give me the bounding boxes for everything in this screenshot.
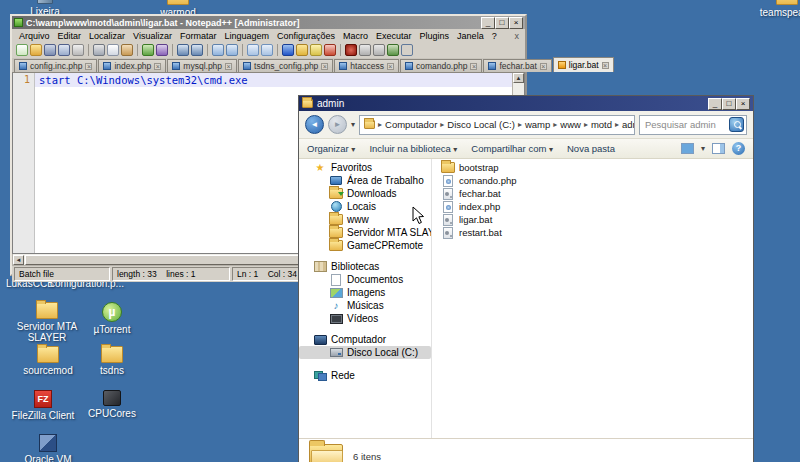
tab-close-icon[interactable]: × <box>85 63 92 70</box>
file-item-bootstrap[interactable]: bootstrap <box>432 161 753 174</box>
maximize-button[interactable]: □ <box>495 17 509 29</box>
find-icon[interactable] <box>177 44 189 56</box>
new-folder-button[interactable]: Nova pasta <box>567 143 615 154</box>
back-button[interactable]: ◄ <box>305 115 324 134</box>
menu-visualizar[interactable]: Visualizar <box>129 31 176 41</box>
sidebar-item-musicas[interactable]: ♪ Músicas <box>299 299 431 312</box>
replace-icon[interactable] <box>191 44 203 56</box>
run-macro-icon[interactable] <box>387 44 399 56</box>
maximize-button[interactable]: □ <box>722 98 736 110</box>
doc-close-icon[interactable]: x <box>515 31 523 41</box>
sync-horizontal-icon[interactable] <box>261 44 273 56</box>
show-symbols-icon[interactable] <box>296 44 308 56</box>
tab-close-icon[interactable]: × <box>321 63 328 70</box>
help-icon[interactable]: ? <box>732 142 745 155</box>
breadcrumb-item-disco-local[interactable]: Disco Local (C:) <box>447 119 515 130</box>
forward-button[interactable]: ► <box>328 115 347 134</box>
breadcrumb-item-computador[interactable]: Computador <box>385 119 437 130</box>
sidebar-item-downloads[interactable]: Downloads <box>299 187 431 200</box>
tab-close-icon[interactable]: × <box>602 62 609 69</box>
history-dropdown-icon[interactable]: ▾ <box>351 120 355 129</box>
copy-icon[interactable] <box>107 44 119 56</box>
sidebar-item-videos[interactable]: Vídeos <box>299 312 431 325</box>
sync-vertical-icon[interactable] <box>247 44 259 56</box>
sidebar-item-area-de-trabalho[interactable]: Área de Trabalho <box>299 174 431 187</box>
menu-editar[interactable]: Editar <box>54 31 86 41</box>
paste-icon[interactable] <box>121 44 133 56</box>
undo-icon[interactable] <box>142 44 154 56</box>
menu-formatar[interactable]: Formatar <box>176 31 221 41</box>
zoom-in-icon[interactable] <box>212 44 224 56</box>
sidebar-group-favoritos[interactable]: ★ Favoritos <box>299 161 431 174</box>
stop-macro-icon[interactable] <box>359 44 371 56</box>
tab-htaccess[interactable]: htaccess × <box>334 59 399 72</box>
search-input[interactable] <box>645 119 725 130</box>
file-item-ligar-bat[interactable]: ligar.bat <box>432 213 753 226</box>
print-icon[interactable] <box>72 44 84 56</box>
doc-map-icon[interactable] <box>324 44 336 56</box>
tab-index-php[interactable]: index.php × <box>98 59 166 72</box>
tab-comando-php[interactable]: comando.php × <box>400 59 483 72</box>
sidebar-item-servidor-mta-slayer[interactable]: Servidor MTA SLAYER <box>299 226 431 239</box>
sidebar-item-imagens[interactable]: Imagens <box>299 286 431 299</box>
search-icon[interactable] <box>729 117 744 132</box>
file-item-index-php[interactable]: index.php <box>432 200 753 213</box>
tab-close-icon[interactable]: × <box>540 63 547 70</box>
sidebar-item-documentos[interactable]: Documentos <box>299 273 431 286</box>
menu-plugins[interactable]: Plugins <box>416 31 454 41</box>
menu-janela[interactable]: Janela <box>453 31 488 41</box>
sidebar-group-bibliotecas[interactable]: Bibliotecas <box>299 260 431 273</box>
open-file-icon[interactable] <box>30 44 42 56</box>
save-macro-icon[interactable] <box>401 44 413 56</box>
redo-icon[interactable] <box>156 44 168 56</box>
desktop-icon-filezilla[interactable]: FZ FileZilla Client <box>3 390 83 421</box>
scroll-up-icon[interactable]: ▲ <box>513 73 524 83</box>
desktop-icon-tsdns[interactable]: tsdns <box>72 346 152 376</box>
menu-linguagem[interactable]: Linguagem <box>220 31 273 41</box>
sidebar-group-computador[interactable]: Computador <box>299 333 431 346</box>
sidebar-group-rede[interactable]: Rede <box>299 369 431 382</box>
tab-config-inc-php[interactable]: config.inc.php × <box>14 59 97 72</box>
explorer-title-bar[interactable]: admin _ □ × <box>299 96 753 111</box>
desktop-icon-utorrent[interactable]: µ µTorrent <box>72 302 152 335</box>
organize-button[interactable]: Organizar ▾ <box>307 143 355 154</box>
desktop-icon-oracle-vm[interactable]: Oracle VM <box>8 434 88 462</box>
tab-ligar-bat[interactable]: ligar.bat × <box>553 57 614 72</box>
tab-close-icon[interactable]: × <box>154 63 161 70</box>
share-with-button[interactable]: Compartilhar com ▾ <box>471 143 553 154</box>
cut-icon[interactable] <box>93 44 105 56</box>
desktop-icon-teamspeak3[interactable]: teamspeak3 <box>747 0 800 18</box>
save-all-icon[interactable] <box>58 44 70 56</box>
breadcrumb-item-wamp[interactable]: wamp <box>525 119 550 130</box>
desktop-icon-cpucores[interactable]: CPUCores <box>72 390 152 419</box>
file-item-restart-bat[interactable]: restart.bat <box>432 226 753 239</box>
tab-mysql-php[interactable]: mysql.php × <box>167 59 237 72</box>
close-button[interactable]: × <box>509 17 523 29</box>
user-define-icon[interactable] <box>310 44 322 56</box>
zoom-out-icon[interactable] <box>226 44 238 56</box>
breadcrumb[interactable]: ▸ Computador ▸ Disco Local (C:) ▸ wamp ▸… <box>359 115 635 135</box>
change-view-icon[interactable] <box>681 143 694 154</box>
minimize-button[interactable]: _ <box>481 17 495 29</box>
menu-executar[interactable]: Executar <box>372 31 416 41</box>
save-icon[interactable] <box>44 44 56 56</box>
include-in-library-button[interactable]: Incluir na biblioteca ▾ <box>369 143 457 154</box>
sidebar-item-gamecpremote[interactable]: GameCPRemote <box>299 239 431 252</box>
tab-fechar-bat[interactable]: fechar.bat × <box>483 59 551 72</box>
menu-arquivo[interactable]: Arquivo <box>15 31 54 41</box>
breadcrumb-item-admin[interactable]: admin <box>622 119 635 130</box>
menu-configuracoes[interactable]: Configurações <box>273 31 339 41</box>
search-box[interactable] <box>639 115 747 135</box>
minimize-button[interactable]: _ <box>708 98 722 110</box>
breadcrumb-item-motd[interactable]: motd <box>591 119 612 130</box>
menu-localizar[interactable]: Localizar <box>85 31 129 41</box>
play-macro-icon[interactable] <box>373 44 385 56</box>
tab-close-icon[interactable]: × <box>225 63 232 70</box>
sidebar-item-disco-local-c[interactable]: Disco Local (C:) <box>299 346 431 359</box>
notepad-title-bar[interactable]: C:\wamp\www\motd\admin\ligar.bat - Notep… <box>12 16 525 29</box>
file-item-comando-php[interactable]: comando.php <box>432 174 753 187</box>
menu-macro[interactable]: Macro <box>339 31 372 41</box>
close-button[interactable]: × <box>736 98 750 110</box>
word-wrap-icon[interactable] <box>282 44 294 56</box>
preview-pane-icon[interactable] <box>712 143 725 154</box>
